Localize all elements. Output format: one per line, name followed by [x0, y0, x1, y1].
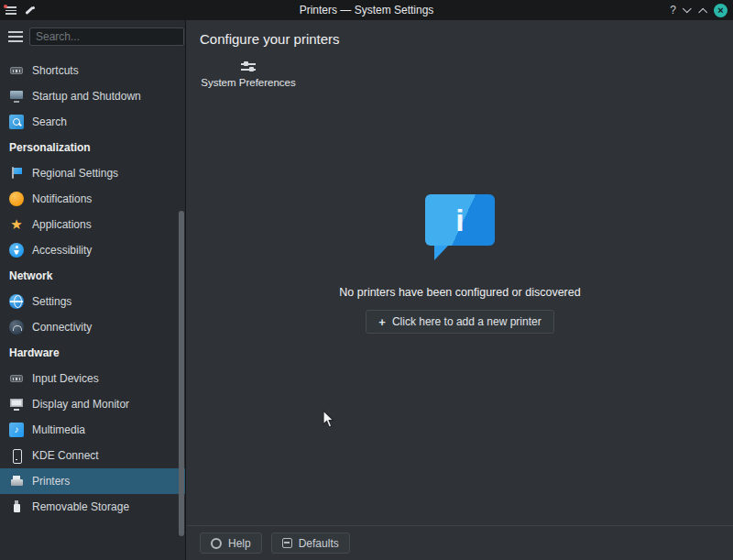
sidebar-item-connectivity[interactable]: Connectivity [0, 314, 185, 340]
applications-icon [9, 217, 24, 232]
page-title: Configure your printers [200, 31, 733, 47]
sidebar-item-label: Printers [32, 475, 70, 488]
search-input[interactable] [29, 27, 184, 46]
sidebar-list: ShortcutsStartup and ShutdownSearchPerso… [0, 53, 185, 560]
help-button-label: Help [228, 537, 251, 550]
titlebar-left-icons [5, 0, 36, 20]
kdeconnect-icon [9, 448, 24, 463]
notifications-icon [9, 192, 24, 206]
sidebar-item-label: Multimedia [32, 423, 85, 436]
minimize-button[interactable] [683, 4, 692, 13]
search-index-icon [9, 115, 24, 129]
sidebar-item-label: Applications [32, 218, 92, 231]
sidebar-item-label: Settings [32, 295, 71, 308]
sidebar-item-label: Startup and Shutdown [32, 90, 141, 103]
window-title: Printers — System Settings [0, 4, 733, 16]
sidebar-item-label: Input Devices [32, 372, 99, 385]
system-preferences-toolbutton[interactable]: System Preferences [200, 61, 297, 88]
sidebar-item-label: Regional Settings [32, 167, 118, 180]
empty-state: i No printers have been configured or di… [187, 194, 733, 334]
defaults-button[interactable]: Defaults [271, 533, 350, 554]
connectivity-icon [9, 320, 24, 335]
empty-state-message: No printers have been configured or disc… [339, 286, 580, 299]
display-icon [9, 397, 24, 412]
sidebar-section-personalization: Personalization [0, 135, 185, 160]
input-devices-icon [9, 371, 24, 386]
sidebar-item-notifications[interactable]: Notifications [0, 186, 185, 212]
footer-bar: Help Defaults [187, 525, 733, 560]
sidebar: ShortcutsStartup and ShutdownSearchPerso… [0, 20, 186, 560]
window-controls: ? × [670, 0, 728, 20]
adjust-sliders-icon [241, 61, 256, 72]
removable-icon [9, 500, 24, 514]
shortcuts-icon [9, 63, 24, 78]
titlebar: Printers — System Settings ? × [0, 0, 733, 20]
accessibility-icon [9, 243, 24, 258]
info-bubble-icon: i [425, 194, 495, 246]
help-button[interactable]: Help [200, 533, 262, 554]
sidebar-item-multimedia[interactable]: Multimedia [0, 417, 185, 443]
system-preferences-label: System Preferences [201, 77, 296, 88]
sidebar-item-label: Notifications [32, 192, 92, 205]
sidebar-item-display-and-monitor[interactable]: Display and Monitor [0, 391, 185, 417]
add-printer-button-label: Click here to add a new printer [392, 315, 542, 328]
sidebar-item-label: Shortcuts [32, 64, 79, 77]
sidebar-item-input-devices[interactable]: Input Devices [0, 366, 185, 391]
sidebar-item-settings[interactable]: Settings [0, 289, 185, 314]
help-icon [211, 538, 222, 549]
sidebar-item-label: Connectivity [32, 321, 92, 334]
multimedia-icon [9, 423, 24, 437]
regional-icon [9, 166, 24, 181]
plus-icon: + [378, 316, 386, 328]
network-settings-icon [9, 294, 24, 309]
printers-icon [9, 474, 24, 489]
sidebar-scrollbar[interactable] [179, 211, 184, 536]
sidebar-item-label: Display and Monitor [32, 398, 129, 411]
main-content: Configure your printers System Preferenc… [187, 20, 733, 560]
sidebar-item-applications[interactable]: Applications [0, 212, 185, 237]
sidebar-item-label: Search [32, 115, 67, 128]
hamburger-menu-icon[interactable] [8, 31, 23, 42]
defaults-button-label: Defaults [299, 537, 339, 550]
sidebar-item-search[interactable]: Search [0, 109, 185, 135]
info-letter: i [455, 204, 464, 236]
sidebar-search-row [0, 20, 185, 53]
add-printer-button[interactable]: + Click here to add a new printer [366, 310, 553, 334]
sidebar-item-accessibility[interactable]: Accessibility [0, 237, 185, 263]
defaults-icon [282, 538, 292, 548]
app-menu-icon[interactable] [5, 6, 16, 15]
startup-icon [9, 89, 24, 104]
help-window-button[interactable]: ? [670, 4, 676, 16]
sidebar-item-label: Accessibility [32, 244, 92, 257]
close-button[interactable]: × [714, 4, 728, 17]
sidebar-section-network: Network [0, 263, 185, 289]
sidebar-item-startup-and-shutdown[interactable]: Startup and Shutdown [0, 83, 185, 109]
sidebar-section-hardware: Hardware [0, 340, 185, 366]
sidebar-item-removable-storage[interactable]: Removable Storage [0, 494, 185, 520]
sidebar-item-label: Removable Storage [32, 500, 129, 513]
sidebar-item-shortcuts[interactable]: Shortcuts [0, 58, 185, 83]
sidebar-item-kde-connect[interactable]: KDE Connect [0, 443, 185, 468]
sidebar-item-label: KDE Connect [32, 449, 99, 462]
sidebar-item-regional-settings[interactable]: Regional Settings [0, 160, 185, 186]
maximize-button[interactable] [698, 7, 707, 16]
pin-icon[interactable] [24, 5, 36, 16]
sidebar-item-printers[interactable]: Printers [0, 468, 185, 494]
